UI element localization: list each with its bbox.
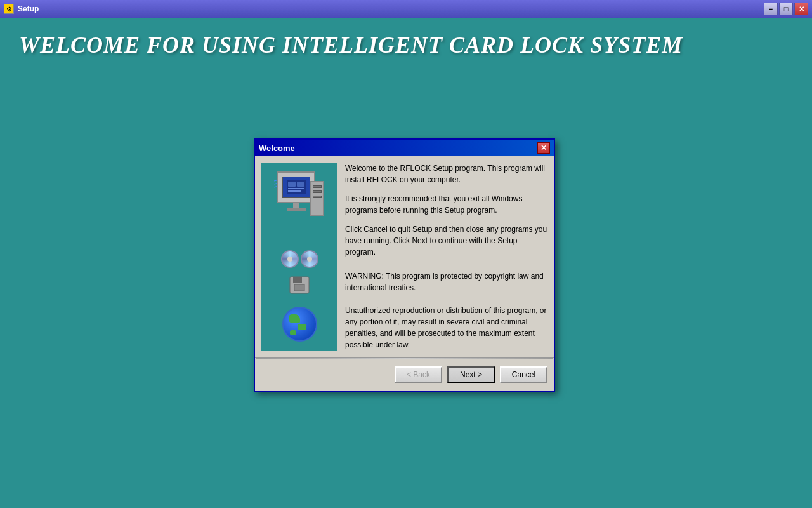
os-titlebar-title: Setup — [18, 4, 764, 13]
cd-2 — [301, 250, 318, 268]
svg-rect-4 — [288, 182, 296, 187]
tower — [310, 181, 324, 216]
monitor-stand — [293, 203, 299, 208]
dialog-body: Welcome to the RFLOCK Setup program. Thi… — [255, 156, 554, 391]
cancel-button[interactable]: Cancel — [500, 366, 547, 383]
instruction-paragraph: Click Cancel to quit Setup and then clos… — [345, 224, 547, 258]
instruction-text: Click Cancel to quit Setup and then clos… — [345, 224, 547, 258]
minimize-button[interactable]: − — [764, 3, 778, 15]
background-title: WELCOME FOR USING INTELLIGENT CARD LOCK … — [19, 32, 683, 58]
svg-rect-10 — [294, 284, 304, 291]
dialog-text-panel: Welcome to the RFLOCK Setup program. Thi… — [345, 163, 547, 351]
dialog-title: Welcome — [259, 144, 295, 153]
floppy-disk-icon — [287, 276, 312, 295]
recommendation-paragraph: It is strongly recommended that you exit… — [345, 193, 547, 216]
screen-content — [287, 180, 306, 194]
dialog-content: Welcome to the RFLOCK Setup program. Thi… — [255, 156, 554, 358]
warning-body: Unauthorized reproduction or distributio… — [345, 305, 547, 351]
next-button[interactable]: Next > — [447, 366, 495, 383]
drive-slot-1 — [313, 185, 322, 188]
computer-illustration — [271, 171, 328, 235]
monitor-base — [287, 208, 306, 211]
setup-dialog: Welcome ✕ — [254, 138, 555, 392]
warning-block: WARNING: This program is protected by co… — [345, 271, 547, 351]
warning-title: WARNING: This program is protected by co… — [345, 271, 547, 293]
globe-land-3 — [290, 330, 296, 335]
intro-paragraph: Welcome to the RFLOCK Setup program. Thi… — [345, 163, 547, 185]
maximize-button[interactable]: □ — [779, 3, 793, 15]
os-titlebar-buttons: − □ ✕ — [764, 3, 808, 15]
os-titlebar: ⚙ Setup − □ ✕ — [0, 0, 812, 18]
cds-illustration — [281, 250, 318, 268]
drive-slot-3 — [313, 196, 322, 198]
dialog-image-panel — [261, 163, 337, 351]
drive-slot-2 — [313, 190, 322, 193]
os-titlebar-icon: ⚙ — [4, 4, 14, 14]
dialog-titlebar: Welcome ✕ — [255, 140, 554, 156]
dialog-buttons: < Back Next > Cancel — [255, 359, 554, 391]
cd-1 — [281, 250, 299, 268]
globe-illustration — [282, 307, 317, 342]
svg-rect-6 — [288, 188, 304, 189]
globe-land-1 — [289, 314, 300, 323]
dialog-close-button[interactable]: ✕ — [537, 142, 550, 154]
monitor — [277, 171, 315, 203]
globe-land-2 — [298, 324, 306, 330]
svg-rect-7 — [288, 190, 301, 192]
svg-rect-5 — [297, 182, 304, 187]
back-button[interactable]: < Back — [395, 366, 442, 383]
intro-text: Welcome to the RFLOCK Setup program. Thi… — [345, 163, 547, 185]
recommendation-text: It is strongly recommended that you exit… — [345, 193, 547, 216]
svg-rect-9 — [293, 277, 302, 283]
monitor-screen — [282, 177, 310, 198]
os-close-button[interactable]: ✕ — [794, 3, 808, 15]
